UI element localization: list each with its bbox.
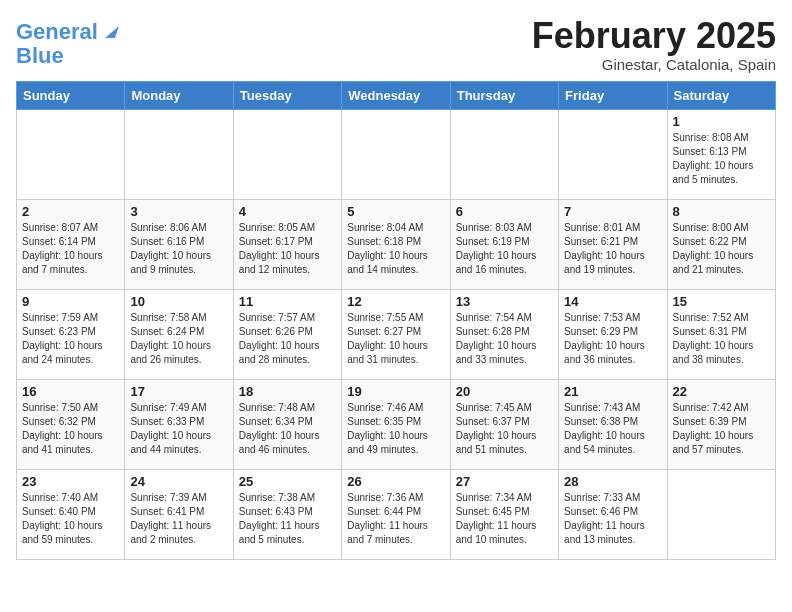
day-info: Sunrise: 8:03 AM Sunset: 6:19 PM Dayligh…: [456, 221, 553, 277]
day-number: 14: [564, 294, 661, 309]
day-info: Sunrise: 8:05 AM Sunset: 6:17 PM Dayligh…: [239, 221, 336, 277]
table-row: 18Sunrise: 7:48 AM Sunset: 6:34 PM Dayli…: [233, 379, 341, 469]
svg-marker-0: [105, 26, 119, 38]
table-row: [233, 109, 341, 199]
day-number: 26: [347, 474, 444, 489]
day-info: Sunrise: 7:46 AM Sunset: 6:35 PM Dayligh…: [347, 401, 444, 457]
day-number: 27: [456, 474, 553, 489]
day-number: 22: [673, 384, 770, 399]
day-info: Sunrise: 7:59 AM Sunset: 6:23 PM Dayligh…: [22, 311, 119, 367]
day-info: Sunrise: 7:40 AM Sunset: 6:40 PM Dayligh…: [22, 491, 119, 547]
table-row: 27Sunrise: 7:34 AM Sunset: 6:45 PM Dayli…: [450, 469, 558, 559]
day-number: 4: [239, 204, 336, 219]
table-row: 4Sunrise: 8:05 AM Sunset: 6:17 PM Daylig…: [233, 199, 341, 289]
col-sunday: Sunday: [17, 81, 125, 109]
location: Ginestar, Catalonia, Spain: [532, 56, 776, 73]
table-row: 13Sunrise: 7:54 AM Sunset: 6:28 PM Dayli…: [450, 289, 558, 379]
day-info: Sunrise: 7:45 AM Sunset: 6:37 PM Dayligh…: [456, 401, 553, 457]
col-friday: Friday: [559, 81, 667, 109]
day-info: Sunrise: 7:54 AM Sunset: 6:28 PM Dayligh…: [456, 311, 553, 367]
day-number: 23: [22, 474, 119, 489]
day-info: Sunrise: 8:07 AM Sunset: 6:14 PM Dayligh…: [22, 221, 119, 277]
day-number: 12: [347, 294, 444, 309]
table-row: 21Sunrise: 7:43 AM Sunset: 6:38 PM Dayli…: [559, 379, 667, 469]
day-info: Sunrise: 7:42 AM Sunset: 6:39 PM Dayligh…: [673, 401, 770, 457]
table-row: [17, 109, 125, 199]
table-row: 6Sunrise: 8:03 AM Sunset: 6:19 PM Daylig…: [450, 199, 558, 289]
table-row: 3Sunrise: 8:06 AM Sunset: 6:16 PM Daylig…: [125, 199, 233, 289]
day-info: Sunrise: 8:04 AM Sunset: 6:18 PM Dayligh…: [347, 221, 444, 277]
col-saturday: Saturday: [667, 81, 775, 109]
table-row: 28Sunrise: 7:33 AM Sunset: 6:46 PM Dayli…: [559, 469, 667, 559]
calendar: Sunday Monday Tuesday Wednesday Thursday…: [16, 81, 776, 560]
day-info: Sunrise: 7:52 AM Sunset: 6:31 PM Dayligh…: [673, 311, 770, 367]
day-number: 3: [130, 204, 227, 219]
col-thursday: Thursday: [450, 81, 558, 109]
table-row: 19Sunrise: 7:46 AM Sunset: 6:35 PM Dayli…: [342, 379, 450, 469]
title-area: February 2025 Ginestar, Catalonia, Spain: [532, 16, 776, 73]
day-number: 20: [456, 384, 553, 399]
day-number: 18: [239, 384, 336, 399]
logo-text-blue: Blue: [16, 44, 64, 68]
col-tuesday: Tuesday: [233, 81, 341, 109]
table-row: [125, 109, 233, 199]
table-row: 5Sunrise: 8:04 AM Sunset: 6:18 PM Daylig…: [342, 199, 450, 289]
day-number: 7: [564, 204, 661, 219]
day-info: Sunrise: 7:34 AM Sunset: 6:45 PM Dayligh…: [456, 491, 553, 547]
day-info: Sunrise: 7:55 AM Sunset: 6:27 PM Dayligh…: [347, 311, 444, 367]
day-info: Sunrise: 7:43 AM Sunset: 6:38 PM Dayligh…: [564, 401, 661, 457]
day-info: Sunrise: 8:01 AM Sunset: 6:21 PM Dayligh…: [564, 221, 661, 277]
day-info: Sunrise: 8:06 AM Sunset: 6:16 PM Dayligh…: [130, 221, 227, 277]
day-number: 6: [456, 204, 553, 219]
day-info: Sunrise: 8:08 AM Sunset: 6:13 PM Dayligh…: [673, 131, 770, 187]
table-row: 17Sunrise: 7:49 AM Sunset: 6:33 PM Dayli…: [125, 379, 233, 469]
table-row: 15Sunrise: 7:52 AM Sunset: 6:31 PM Dayli…: [667, 289, 775, 379]
day-info: Sunrise: 7:57 AM Sunset: 6:26 PM Dayligh…: [239, 311, 336, 367]
col-monday: Monday: [125, 81, 233, 109]
day-number: 8: [673, 204, 770, 219]
table-row: 9Sunrise: 7:59 AM Sunset: 6:23 PM Daylig…: [17, 289, 125, 379]
day-number: 5: [347, 204, 444, 219]
day-info: Sunrise: 7:36 AM Sunset: 6:44 PM Dayligh…: [347, 491, 444, 547]
table-row: 2Sunrise: 8:07 AM Sunset: 6:14 PM Daylig…: [17, 199, 125, 289]
day-info: Sunrise: 7:48 AM Sunset: 6:34 PM Dayligh…: [239, 401, 336, 457]
day-info: Sunrise: 7:49 AM Sunset: 6:33 PM Dayligh…: [130, 401, 227, 457]
day-number: 1: [673, 114, 770, 129]
table-row: [667, 469, 775, 559]
day-info: Sunrise: 7:50 AM Sunset: 6:32 PM Dayligh…: [22, 401, 119, 457]
table-row: [450, 109, 558, 199]
day-info: Sunrise: 8:00 AM Sunset: 6:22 PM Dayligh…: [673, 221, 770, 277]
day-number: 24: [130, 474, 227, 489]
table-row: 24Sunrise: 7:39 AM Sunset: 6:41 PM Dayli…: [125, 469, 233, 559]
day-number: 19: [347, 384, 444, 399]
table-row: 20Sunrise: 7:45 AM Sunset: 6:37 PM Dayli…: [450, 379, 558, 469]
table-row: 10Sunrise: 7:58 AM Sunset: 6:24 PM Dayli…: [125, 289, 233, 379]
day-number: 16: [22, 384, 119, 399]
logo-text-general: General: [16, 20, 98, 44]
table-row: 25Sunrise: 7:38 AM Sunset: 6:43 PM Dayli…: [233, 469, 341, 559]
table-row: [559, 109, 667, 199]
table-row: 16Sunrise: 7:50 AM Sunset: 6:32 PM Dayli…: [17, 379, 125, 469]
logo-bird-icon: [101, 22, 119, 40]
day-number: 21: [564, 384, 661, 399]
day-info: Sunrise: 7:53 AM Sunset: 6:29 PM Dayligh…: [564, 311, 661, 367]
day-number: 11: [239, 294, 336, 309]
day-number: 25: [239, 474, 336, 489]
table-row: [342, 109, 450, 199]
month-title: February 2025: [532, 16, 776, 56]
table-row: 12Sunrise: 7:55 AM Sunset: 6:27 PM Dayli…: [342, 289, 450, 379]
day-number: 10: [130, 294, 227, 309]
table-row: 8Sunrise: 8:00 AM Sunset: 6:22 PM Daylig…: [667, 199, 775, 289]
header: General Blue February 2025 Ginestar, Cat…: [16, 16, 776, 73]
table-row: 26Sunrise: 7:36 AM Sunset: 6:44 PM Dayli…: [342, 469, 450, 559]
day-number: 15: [673, 294, 770, 309]
table-row: 7Sunrise: 8:01 AM Sunset: 6:21 PM Daylig…: [559, 199, 667, 289]
day-info: Sunrise: 7:33 AM Sunset: 6:46 PM Dayligh…: [564, 491, 661, 547]
day-info: Sunrise: 7:38 AM Sunset: 6:43 PM Dayligh…: [239, 491, 336, 547]
day-number: 2: [22, 204, 119, 219]
calendar-header-row: Sunday Monday Tuesday Wednesday Thursday…: [17, 81, 776, 109]
day-number: 28: [564, 474, 661, 489]
day-info: Sunrise: 7:58 AM Sunset: 6:24 PM Dayligh…: [130, 311, 227, 367]
table-row: 22Sunrise: 7:42 AM Sunset: 6:39 PM Dayli…: [667, 379, 775, 469]
table-row: 1Sunrise: 8:08 AM Sunset: 6:13 PM Daylig…: [667, 109, 775, 199]
